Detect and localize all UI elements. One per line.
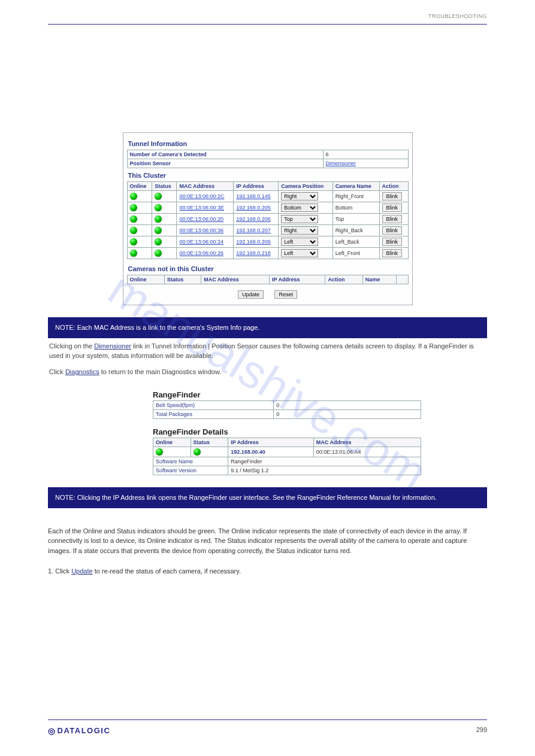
ip-link[interactable]: 192.168.0.218 [236,250,271,256]
note-paragraph: Click Diagnostics to return to the main … [48,368,487,379]
tunnel-panel: Tunnel Information Number of Camera's De… [123,132,413,305]
col-online: Online [127,275,164,284]
online-led-icon [130,227,137,234]
blink-button[interactable]: Blink [382,215,403,223]
status-led-icon [155,193,162,200]
col-status: Status [164,275,201,284]
col-action: Action [325,275,362,284]
not-in-cluster-table: Online Status MAC Address IP Address Act… [127,275,409,284]
col-mac: MAC Address [177,182,234,191]
footer-divider [48,719,487,720]
col-ip: IP Address [270,275,325,284]
text-fragment: to return to the main Diagnostics window… [99,368,222,375]
note-bar-2: NOTE: Clicking the IP Address link opens… [48,487,487,508]
text-fragment: Click [49,368,65,375]
rangefinder-panel: RangeFinder Belt Speed(fpm) 0 Total Pack… [153,390,421,475]
table-row: 00:0E:13:06:00:3E 192.168.0.205 Bottom B… [127,202,408,214]
col-status: Status [191,438,228,447]
camera-name: Top [333,214,379,225]
blink-button[interactable]: Blink [382,238,403,246]
col-ip: IP Address [228,438,314,447]
blink-button[interactable]: Blink [382,226,403,235]
value: 0 [274,409,421,418]
mac-link[interactable]: 00:0E:13:06:00:24 [179,239,223,245]
label: Belt Speed(fpm) [153,400,274,409]
camera-position-select[interactable]: Right [281,192,318,201]
logo-ring-icon: ◎ [48,726,56,736]
rangefinder-kv-table: Belt Speed(fpm) 0 Total Packages 0 [153,400,421,419]
diagnostics-inline-link[interactable]: Diagnostics [65,368,99,375]
mac-link[interactable]: 00:0E:13:06:00:3E [179,205,224,211]
page-number: 299 [476,726,487,733]
rf-mac: 00:0E:13:01:06:A4 [313,447,421,457]
rf-ip-link[interactable]: 192.168.00.40 [231,449,265,455]
ip-link[interactable]: 192.168.0.206 [236,216,271,222]
camera-name: Bottom [333,202,379,214]
col-mac: MAC Address [313,438,421,447]
value: RangeFinder [228,457,421,466]
label: Position Sensor [127,159,323,168]
col-ip: IP Address [234,182,279,191]
label: Software Version [153,466,228,475]
table-row: Software Version 9.1 / MetSig 1.2 [153,466,421,475]
table-row: Total Packages 0 [153,409,421,418]
blink-button[interactable]: Blink [382,249,403,257]
table-row: Position Sensor Dimensioner [127,159,408,168]
rangefinder-details-table: Online Status IP Address MAC Address 192… [153,438,421,475]
table-row: 192.168.00.40 00:0E:13:01:06:A4 [153,447,421,457]
table-row: 00:0E:13:06:00:2C 192.168.0.145 Right Ri… [127,191,408,202]
top-divider [48,24,487,25]
camera-position-select[interactable]: Bottom [281,204,318,212]
mac-link[interactable]: 00:0E:13:06:00:26 [179,250,223,256]
col-empty [397,275,408,284]
table-row: 00:0E:13:06:00:36 192.168.0.207 Right Ri… [127,225,408,236]
camera-position-select[interactable]: Left [281,238,318,246]
value: 0 [274,400,421,409]
status-led-icon [155,204,162,211]
text-fragment: 1. Click [48,567,71,575]
ip-link[interactable]: 192.168.0.205 [236,205,271,211]
blink-button[interactable]: Blink [382,192,403,201]
camera-position-select[interactable]: Top [281,215,318,223]
table-row: 00:0E:13:06:00:24 192.168.0.209 Left Lef… [127,236,408,248]
table-row: 00:0E:13:06:00:26 192.168.0.218 Left Lef… [127,248,408,259]
reset-button[interactable]: Reset [274,290,297,299]
label: Total Packages [153,409,274,418]
online-led-icon [156,448,163,456]
not-in-cluster-title: Cameras not in this Cluster [128,265,409,272]
ip-link[interactable]: 192.168.0.207 [236,227,271,233]
this-cluster-title: This Cluster [128,172,409,179]
status-led-icon [155,238,162,245]
online-led-icon [130,193,137,200]
camera-name: Left_Front [333,248,379,259]
table-header-row: Online Status MAC Address IP Address Act… [127,275,408,284]
update-button[interactable]: Update [238,290,264,299]
note-paragraph: Clicking on the Dimensioner link in Tunn… [48,342,487,363]
rangefinder-title: RangeFinder [153,390,421,399]
dimensioner-link[interactable]: Dimensioner [326,160,356,166]
dimensioner-inline-link[interactable]: Dimensioner [94,342,131,350]
camera-position-select[interactable]: Left [281,249,318,257]
cluster-table: Online Status MAC Address IP Address Cam… [127,181,409,259]
ip-link[interactable]: 192.168.0.209 [236,239,271,245]
camera-position-select[interactable]: Right [281,226,318,235]
status-led-icon [155,215,162,223]
mac-link[interactable]: 00:0E:13:06:00:2C [179,193,224,199]
col-action: Action [379,182,408,191]
value: 6 [323,150,408,159]
datalogic-logo: ◎DATALOGIC [48,726,110,736]
online-led-icon [130,238,137,245]
status-led-icon [155,227,162,234]
blink-button[interactable]: Blink [382,204,403,212]
page-header-right: TROUBLESHOOTING [428,13,487,19]
ip-link[interactable]: 192.168.0.145 [236,193,271,199]
value: 9.1 / MetSig 1.2 [228,466,421,475]
table-row: 00:0E:13:06:00:20 192.168.0.206 Top Top … [127,214,408,225]
table-row: Belt Speed(fpm) 0 [153,400,421,409]
update-inline-link[interactable]: Update [71,567,92,575]
mac-link[interactable]: 00:0E:13:06:00:20 [179,216,223,222]
mac-link[interactable]: 00:0E:13:06:00:36 [179,227,223,233]
table-row: Number of Camera's Detected 6 [127,150,408,159]
status-led-icon [155,250,162,257]
col-name: Camera Name [333,182,379,191]
